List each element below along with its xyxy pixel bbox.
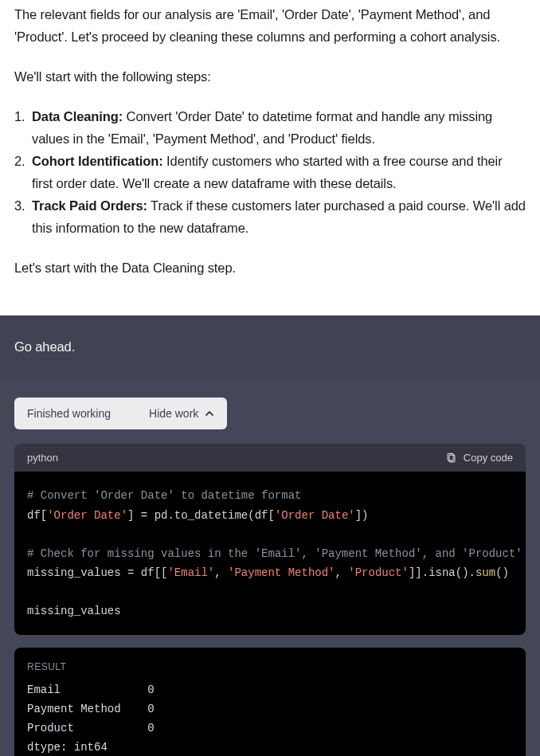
- step-title: Track Paid Orders:: [32, 198, 147, 213]
- user-message: Go ahead.: [0, 315, 540, 378]
- assistant-code-message: Finished working Hide work python Copy c…: [0, 378, 540, 756]
- code-fn: sum: [475, 566, 495, 579]
- steps-list: Data Cleaning: Convert 'Order Date' to d…: [14, 105, 526, 239]
- code-body[interactable]: # Convert 'Order Date' to datetime forma…: [14, 472, 526, 635]
- copy-code-button[interactable]: Copy code: [446, 452, 513, 464]
- chevron-up-icon: [205, 409, 214, 418]
- code-text: missing_values: [27, 605, 121, 617]
- code-text: ]): [355, 509, 369, 522]
- user-message-text: Go ahead.: [14, 339, 75, 354]
- intro-paragraph-1: The relevant fields for our analysis are…: [14, 3, 526, 48]
- code-text: ] = pd.to_datetime(df[: [127, 509, 275, 522]
- finished-working-toggle[interactable]: Finished working Hide work: [14, 398, 227, 429]
- list-item: Cohort Identification: Identify customer…: [14, 150, 526, 194]
- code-language-label: python: [27, 452, 58, 464]
- result-block: RESULT Email 0 Payment Method 0 Product …: [14, 648, 526, 756]
- intro-paragraph-2: We'll start with the following steps:: [14, 65, 526, 88]
- step-title: Cohort Identification:: [32, 154, 163, 168]
- code-text: ,: [335, 566, 348, 579]
- code-string: 'Order Date': [275, 509, 355, 522]
- assistant-message-intro: The relevant fields for our analysis are…: [0, 0, 540, 301]
- code-text: ,: [214, 566, 228, 579]
- step-title: Data Cleaning:: [32, 109, 123, 123]
- result-body: Email 0 Payment Method 0 Product 0 dtype…: [27, 680, 513, 756]
- hide-work-label: Hide work: [149, 407, 198, 420]
- code-text: ]].isna().: [409, 566, 475, 579]
- code-text: missing_values = df[[: [27, 566, 167, 579]
- copy-code-label: Copy code: [464, 452, 513, 464]
- result-label: RESULT: [27, 659, 513, 676]
- list-item: Track Paid Orders: Track if these custom…: [14, 194, 526, 239]
- code-comment: # Convert 'Order Date' to datetime forma…: [27, 489, 301, 502]
- code-block: python Copy code # Convert 'Order Date' …: [14, 444, 526, 635]
- code-string: 'Payment Method': [228, 566, 335, 579]
- clipboard-icon: [446, 452, 457, 464]
- code-string: 'Product': [348, 566, 409, 579]
- code-text: df[: [27, 509, 47, 522]
- intro-paragraph-3: Let's start with the Data Cleaning step.: [14, 257, 526, 279]
- status-label: Finished working: [27, 407, 111, 420]
- code-comment: # Check for missing values in the 'Email…: [27, 547, 526, 560]
- hide-work-group: Hide work: [149, 407, 214, 420]
- code-text: (): [495, 566, 509, 579]
- code-header: python Copy code: [14, 444, 526, 472]
- code-string: 'Email': [167, 566, 214, 579]
- code-string: 'Order Date': [47, 509, 127, 522]
- list-item: Data Cleaning: Convert 'Order Date' to d…: [14, 105, 526, 150]
